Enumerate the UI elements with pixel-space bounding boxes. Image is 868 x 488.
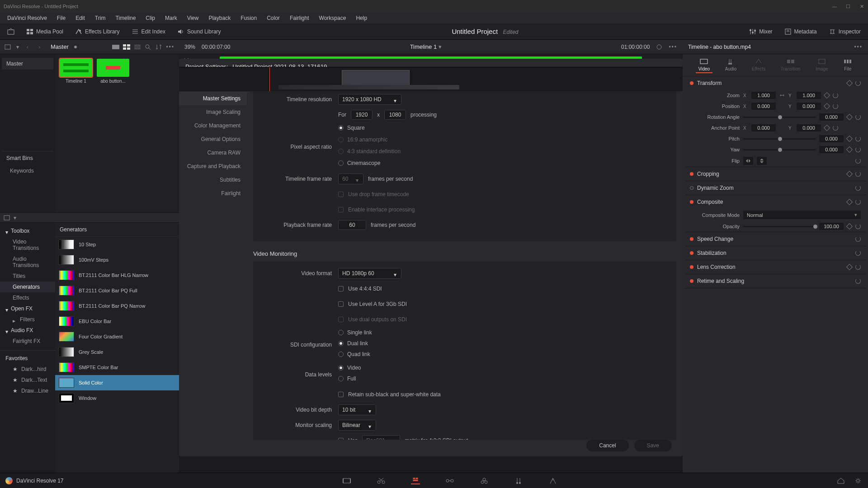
reset-icon[interactable] — [855, 224, 861, 229]
menu-fairlight[interactable]: Fairlight — [285, 14, 314, 23]
generator-item[interactable]: Window — [55, 390, 179, 406]
enable-dot-icon[interactable] — [690, 200, 693, 204]
generator-item[interactable]: SMPTE Color Bar — [55, 360, 179, 375]
resolution-select[interactable]: 868 x 488 HD▾ — [338, 94, 401, 105]
video-format-select[interactable]: HD 1080p 60▾ — [338, 268, 401, 279]
reset-icon[interactable] — [855, 80, 861, 86]
sidebar-color-management[interactable]: Color Management — [179, 119, 247, 132]
home-icon[interactable] — [836, 477, 845, 484]
more-icon[interactable]: ••• — [166, 44, 175, 50]
anchor-y-input[interactable]: 0.000 — [797, 124, 821, 131]
cancel-button[interactable]: Cancel — [586, 440, 628, 451]
reset-icon[interactable] — [855, 136, 861, 141]
enable-dot-icon[interactable] — [690, 81, 693, 85]
reset-icon[interactable] — [855, 278, 861, 284]
fav-item[interactable]: ★Dark...Text — [0, 375, 55, 385]
page-cut-icon[interactable] — [377, 477, 386, 484]
cropping-header[interactable]: Cropping — [697, 171, 719, 177]
flip-h-button[interactable] — [743, 157, 753, 165]
speed-change-header[interactable]: Speed Change — [697, 236, 733, 242]
fav-item[interactable]: ★Dark...hird — [0, 364, 55, 375]
stabilization-header[interactable]: Stabilization — [697, 250, 726, 256]
sidebar-general-options[interactable]: General Options — [179, 132, 247, 146]
enable-dot-icon[interactable] — [690, 279, 693, 283]
menu-trim[interactable]: Trim — [90, 14, 110, 23]
reset-icon[interactable] — [855, 147, 861, 152]
reset-icon[interactable] — [855, 158, 861, 164]
view-list-icon[interactable] — [133, 44, 142, 50]
menu-clip[interactable]: Clip — [141, 14, 160, 23]
reset-icon[interactable] — [855, 250, 861, 256]
generator-item[interactable]: BT.2111 Color Bar HLG Narrow — [55, 267, 179, 283]
timeline-area[interactable] — [179, 67, 683, 91]
tab-file[interactable]: File — [840, 57, 855, 73]
playback-framerate-input[interactable]: 60 — [338, 220, 366, 230]
keyframe-icon[interactable] — [846, 136, 853, 142]
tab-audio[interactable]: Audio — [722, 57, 740, 73]
use-444-checkbox[interactable] — [338, 286, 344, 291]
yaw-slider[interactable] — [743, 149, 816, 150]
fx-filters[interactable]: ▸Filters — [0, 314, 55, 325]
reset-icon[interactable] — [833, 103, 838, 109]
keyframe-icon[interactable] — [824, 125, 830, 131]
reset-icon[interactable] — [855, 114, 861, 120]
view-grid-icon[interactable] — [123, 44, 131, 50]
mixer-button[interactable]: Mixer — [746, 27, 775, 37]
fx-favorites[interactable]: Favorites — [0, 350, 55, 364]
fx-openfx[interactable]: ▾Open FX — [0, 303, 55, 314]
sort-icon[interactable] — [155, 44, 163, 50]
close-icon[interactable]: ✕ — [859, 4, 864, 9]
width-input[interactable]: 1920 — [351, 110, 373, 120]
par-square-radio[interactable] — [338, 125, 344, 131]
enable-dot-icon[interactable] — [690, 265, 693, 269]
page-color-icon[interactable] — [480, 477, 489, 484]
fx-audio-transitions[interactable]: Audio Transitions — [0, 253, 55, 271]
sidebar-image-scaling[interactable]: Image Scaling — [179, 105, 247, 119]
use-matrix-checkbox[interactable] — [338, 438, 344, 440]
retime-scaling-header[interactable]: Retime and Scaling — [697, 278, 744, 284]
smart-bins-header[interactable]: Smart Bins — [2, 151, 53, 165]
timeline-name-label[interactable]: Timeline 1 — [410, 43, 437, 50]
menu-view[interactable]: View — [183, 14, 203, 23]
panel-menu-icon[interactable] — [5, 44, 11, 50]
enable-dot-icon[interactable] — [690, 251, 693, 255]
menu-edit[interactable]: Edit — [71, 14, 90, 23]
generator-item[interactable]: Grey Scale — [55, 344, 179, 360]
sdi-dual-radio[interactable] — [338, 341, 344, 346]
monitor-scaling-select[interactable]: Bilinear▾ — [338, 420, 376, 431]
bit-depth-select[interactable]: 10 bit▾ — [338, 404, 376, 415]
keyframe-icon[interactable] — [846, 146, 853, 153]
generator-item[interactable]: BT.2111 Color Bar PQ Narrow — [55, 298, 179, 314]
reset-icon[interactable] — [833, 93, 838, 98]
menu-timeline[interactable]: Timeline — [111, 14, 140, 23]
quick-export-button[interactable] — [5, 27, 17, 37]
keyframe-icon[interactable] — [824, 92, 830, 99]
sdi-single-radio[interactable] — [338, 330, 344, 335]
reset-icon[interactable] — [855, 171, 861, 177]
enable-dot-icon[interactable] — [690, 237, 693, 241]
dl-video-radio[interactable] — [338, 365, 344, 371]
fx-audiofx[interactable]: ▾Audio FX — [0, 325, 55, 336]
reset-icon[interactable] — [855, 185, 861, 191]
menu-color[interactable]: Color — [262, 14, 284, 23]
viewer-zoom[interactable]: 39% — [184, 44, 195, 50]
thumb-abo-button[interactable]: abo button... — [97, 59, 129, 84]
reset-icon[interactable] — [855, 199, 861, 205]
sidebar-capture-playback[interactable]: Capture and Playback — [179, 160, 247, 173]
keyframe-icon[interactable] — [846, 223, 853, 230]
pos-y-input[interactable]: 0.000 — [797, 103, 821, 110]
maximize-icon[interactable]: ☐ — [845, 4, 851, 9]
generator-item-solid-color[interactable]: Solid Color — [55, 375, 179, 390]
height-input[interactable]: 1080 — [384, 110, 406, 120]
menu-mark[interactable]: Mark — [160, 14, 182, 23]
nav-forward-icon[interactable]: › — [36, 44, 42, 50]
playhead[interactable] — [269, 67, 270, 91]
menu-file[interactable]: File — [52, 14, 70, 23]
media-pool-button[interactable]: Media Pool — [24, 27, 66, 37]
chevron-down-icon[interactable]: ▾ — [16, 44, 19, 50]
more-icon[interactable]: ••• — [669, 44, 677, 50]
keyframe-icon[interactable] — [846, 199, 853, 205]
anchor-x-input[interactable]: 0.000 — [751, 124, 776, 131]
tree-master[interactable]: Master — [2, 58, 53, 70]
sidebar-master-settings[interactable]: Master Settings — [179, 92, 247, 105]
